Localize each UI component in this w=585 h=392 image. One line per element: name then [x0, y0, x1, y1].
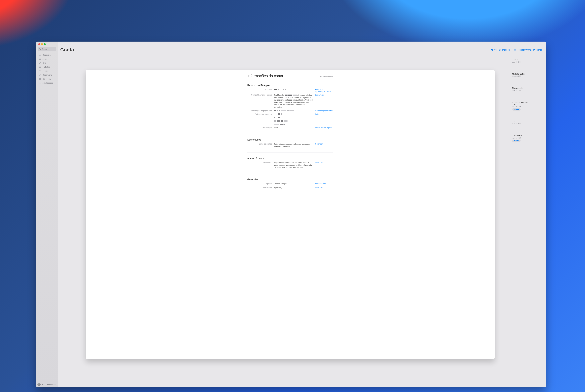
redeem-label: Resgatar Cartão-Presente	[517, 48, 542, 51]
open-button[interactable]: ABRIR	[512, 140, 520, 142]
sidebar-item-label: Desenvolva	[42, 74, 52, 76]
sidebar-item-label: Trabalhe	[42, 66, 50, 68]
sidebar-items: Descubra Arcade Crie Trabalhe Jogue Dese…	[36, 52, 58, 86]
row-apple-music: Apple Music: 3 apps estão conectados à s…	[247, 162, 333, 169]
field-label: Compartilhamento Familiar:	[247, 94, 272, 96]
sidebar-item-label: Descubra	[42, 54, 50, 56]
background-app-list: …ler 4 ago. de 2020 Mode for Safari abr.…	[512, 59, 544, 152]
download-icon	[39, 82, 41, 84]
family-learn-more-link[interactable]: Saiba mais	[315, 94, 336, 96]
sidebar-item-label: Atualizações	[42, 82, 53, 84]
minimize-icon[interactable]	[41, 43, 43, 45]
row-billing-address: Endereço de cobrança: Editar	[247, 113, 333, 125]
row-country: País/Região: Brasil Alterar país ou regi…	[247, 127, 333, 129]
row-payment-info: Informações de pagamento: Gerenciar paga…	[247, 110, 333, 112]
change-country-link[interactable]: Alterar país ou região	[315, 127, 336, 129]
section-hidden-items: Itens ocultos Compras ocultas: Exibir to…	[247, 138, 333, 153]
redeem-button[interactable]: Resgatar Cartão-Presente	[514, 48, 542, 51]
app-store-window: Buscar Descubra Arcade Crie Trabalhe Jog…	[36, 42, 546, 388]
field-label: Assinaturas:	[247, 186, 272, 188]
field-label: País/Região:	[247, 127, 272, 129]
bg-item-meta: mar. de 2018	[512, 123, 544, 125]
edit-billing-link[interactable]: Editar	[315, 113, 336, 115]
secure-label: Conexão segura	[322, 76, 333, 77]
section-title: Gerenciar	[247, 178, 333, 181]
section-title: Resumo do ID Apple	[247, 84, 333, 87]
field-value-redacted	[274, 110, 314, 112]
manage-subscriptions-link[interactable]: Gerenciar	[315, 186, 336, 188]
field-label: Apple Music:	[247, 162, 272, 164]
sidebar-user[interactable]: Eduardo Marques	[38, 382, 56, 386]
manage-hidden-link[interactable]: Gerenciar	[315, 143, 336, 145]
section-title: Acesso à conta	[247, 157, 333, 160]
manage-payments-link[interactable]: Gerenciar pagamentos	[315, 110, 336, 112]
edit-nickname-link[interactable]: Editar apelido	[315, 183, 336, 185]
fullscreen-icon[interactable]	[44, 43, 46, 45]
manage-music-access-link[interactable]: Gerenciar	[315, 162, 336, 164]
view-info-button[interactable]: Ver Informações	[491, 48, 510, 51]
list-item: …eries: a package …er fev. de 2019 ABRIR	[512, 101, 544, 110]
section-account-access: Acesso à conta Apple Music: 3 apps estão…	[247, 157, 333, 174]
section-title: Itens ocultos	[247, 138, 333, 141]
star-icon	[39, 54, 41, 56]
field-label: Apelido:	[247, 183, 272, 185]
gift-card-icon	[514, 48, 516, 51]
top-actions: Ver Informações Resgatar Cartão-Presente	[491, 48, 542, 51]
modal-header: Informações da conta Conexão segura	[247, 74, 333, 80]
sidebar-item-categories[interactable]: Categorias	[38, 77, 56, 81]
rocket-icon	[39, 70, 41, 72]
field-value-redacted	[274, 88, 314, 90]
bg-item-meta: ago. de 2020	[512, 61, 544, 63]
row-hidden-purchases: Compras ocultas: Exibir todas as compras…	[247, 143, 333, 148]
sidebar-item-arcade[interactable]: Arcade	[38, 57, 56, 61]
bg-item-meta: mar. de 2020	[512, 90, 544, 91]
field-value: Eduardo Marques	[274, 183, 314, 185]
sidebar-item-discover[interactable]: Descubra	[38, 53, 56, 57]
avatar	[38, 383, 40, 386]
close-icon[interactable]	[38, 43, 40, 45]
search-icon	[39, 48, 41, 50]
person-circle-icon	[491, 48, 493, 51]
sidebar-item-updates[interactable]: Atualizações	[38, 81, 56, 85]
grid-icon	[39, 78, 41, 80]
search-placeholder: Buscar	[42, 48, 48, 50]
sidebar-item-label: Jogue	[42, 70, 48, 72]
edit-apple-id-link[interactable]: Editar em appleid.apple.com/br	[315, 88, 336, 92]
account-info-modal: Informações da conta Conexão segura Resu…	[86, 70, 495, 359]
open-button[interactable]: ABRIR	[512, 108, 520, 110]
brush-icon	[39, 62, 41, 64]
row-nickname: Apelido: Eduardo Marques Editar apelido	[247, 183, 333, 185]
field-value: Brasil	[274, 127, 314, 129]
secure-badge: Conexão segura	[320, 76, 333, 77]
bg-item-title: …eries: a package	[512, 101, 544, 103]
view-info-label: Ver Informações	[494, 48, 510, 51]
section-apple-id: Resumo do ID Apple ID Apple: Editar em a…	[247, 84, 333, 134]
lock-icon	[320, 76, 321, 77]
modal-body: Informações da conta Conexão segura Resu…	[247, 74, 333, 194]
gamepad-icon	[39, 58, 41, 60]
sidebar: Buscar Descubra Arcade Crie Trabalhe Jog…	[36, 42, 58, 388]
sidebar-item-develop[interactable]: Desenvolva	[38, 73, 56, 77]
field-label: Compras ocultas:	[247, 143, 272, 145]
list-item: Playgrounds mar. de 2020	[512, 87, 544, 91]
bg-item-title: Mode for Safari	[512, 73, 544, 75]
hammer-icon	[39, 74, 41, 76]
search-input[interactable]: Buscar	[38, 47, 56, 51]
row-apple-id: ID Apple: Editar em appleid.apple.com/br	[247, 88, 333, 92]
field-label: Endereço de cobrança:	[247, 113, 272, 115]
bg-item-title: …mator Pro	[512, 135, 544, 137]
modal-scroll[interactable]: Informações da conta Conexão segura Resu…	[86, 70, 495, 359]
sidebar-user-name: Eduardo Marques	[42, 384, 56, 386]
bg-item-title: …e 7	[512, 120, 544, 123]
sidebar-item-play[interactable]: Jogue	[38, 69, 56, 73]
sidebar-item-work[interactable]: Trabalhe	[38, 65, 56, 69]
list-item: Mode for Safari abr. de 2020	[512, 73, 544, 77]
field-value: 3 apps estão conectados à sua conta do A…	[274, 162, 314, 169]
bg-item-meta: nov. de 2017	[512, 137, 544, 139]
sidebar-item-create[interactable]: Crie	[38, 61, 56, 65]
sidebar-item-label: Arcade	[42, 58, 48, 60]
list-item: …e 7 mar. de 2018	[512, 120, 544, 125]
modal-title: Informações da conta	[247, 74, 283, 78]
page-title: Conta	[60, 47, 74, 52]
field-value: 6 (no total)	[274, 186, 314, 189]
